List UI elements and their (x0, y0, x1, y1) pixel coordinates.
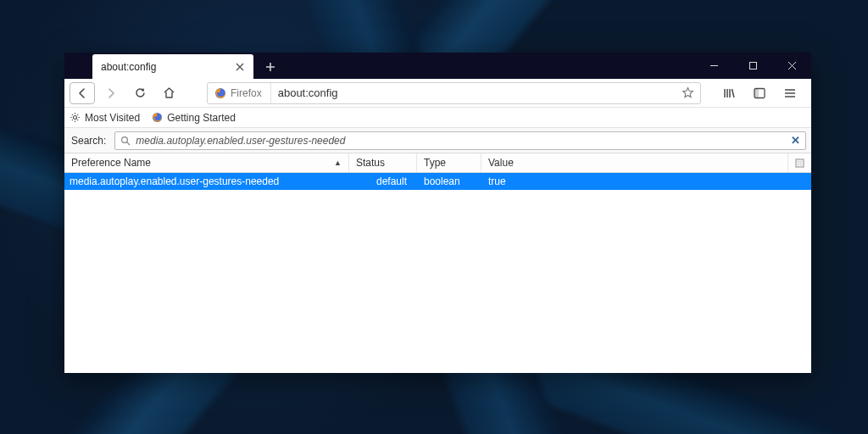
library-icon[interactable] (718, 82, 740, 104)
tab-title: about:config (101, 61, 233, 73)
gear-icon (70, 112, 81, 123)
cell-value: true (481, 175, 811, 187)
titlebar: about:config (64, 53, 811, 79)
cell-type: boolean (417, 175, 481, 187)
back-button[interactable] (70, 82, 95, 104)
pref-search-row: Search: ✕ (64, 128, 811, 153)
svg-rect-3 (754, 88, 759, 97)
col-preference-name[interactable]: Preference Name ▲ (64, 153, 349, 172)
pref-search-input[interactable] (136, 135, 786, 147)
bookmark-getting-started[interactable]: Getting Started (152, 112, 236, 124)
close-window-button[interactable] (772, 53, 811, 79)
url-text[interactable]: about:config (271, 86, 675, 99)
menu-button[interactable] (779, 82, 801, 104)
maximize-button[interactable] (733, 53, 772, 79)
pref-table-header: Preference Name ▲ Status Type Value (64, 153, 811, 173)
identity-label: Firefox (231, 87, 262, 99)
url-bar[interactable]: Firefox about:config (207, 82, 701, 104)
close-tab-icon[interactable] (233, 60, 247, 74)
svg-point-4 (74, 116, 77, 120)
svg-rect-0 (749, 63, 756, 70)
identity-chip[interactable]: Firefox (208, 83, 271, 103)
bookmark-label: Getting Started (167, 112, 236, 124)
pref-table-body[interactable] (64, 190, 811, 373)
sort-asc-icon: ▲ (334, 159, 342, 167)
new-tab-button[interactable] (259, 55, 282, 79)
cell-name: media.autoplay.enabled.user-gestures-nee… (64, 175, 349, 187)
forward-button[interactable] (98, 81, 124, 105)
bookmark-most-visited[interactable]: Most Visited (70, 112, 140, 124)
home-button[interactable] (156, 81, 181, 105)
search-label: Search: (70, 135, 109, 147)
pref-search-box[interactable]: ✕ (114, 131, 806, 150)
toolbar-right (709, 82, 806, 104)
window-controls (694, 53, 811, 79)
bookmark-label: Most Visited (85, 112, 140, 124)
col-type[interactable]: Type (417, 153, 481, 172)
svg-point-6 (122, 136, 128, 142)
col-value[interactable]: Value (481, 153, 788, 172)
cell-status: default (349, 175, 417, 187)
tab-about-config[interactable]: about:config (92, 54, 253, 79)
reload-button[interactable] (127, 81, 153, 105)
firefox-icon (214, 87, 226, 99)
clear-search-icon[interactable]: ✕ (791, 134, 800, 147)
nav-toolbar: Firefox about:config (64, 79, 811, 108)
search-icon (120, 136, 131, 146)
bookmark-star-icon[interactable] (675, 86, 700, 99)
firefox-icon (152, 112, 163, 123)
table-row[interactable]: media.autoplay.enabled.user-gestures-nee… (64, 173, 811, 190)
browser-window: about:config (64, 53, 811, 373)
col-status[interactable]: Status (349, 153, 417, 172)
minimize-button[interactable] (694, 53, 733, 79)
bookmarks-toolbar: Most Visited Getting Started (64, 108, 811, 128)
column-picker-icon[interactable] (788, 153, 811, 172)
svg-rect-7 (796, 159, 804, 167)
nav-buttons (70, 81, 181, 105)
sidebar-icon[interactable] (748, 82, 771, 104)
